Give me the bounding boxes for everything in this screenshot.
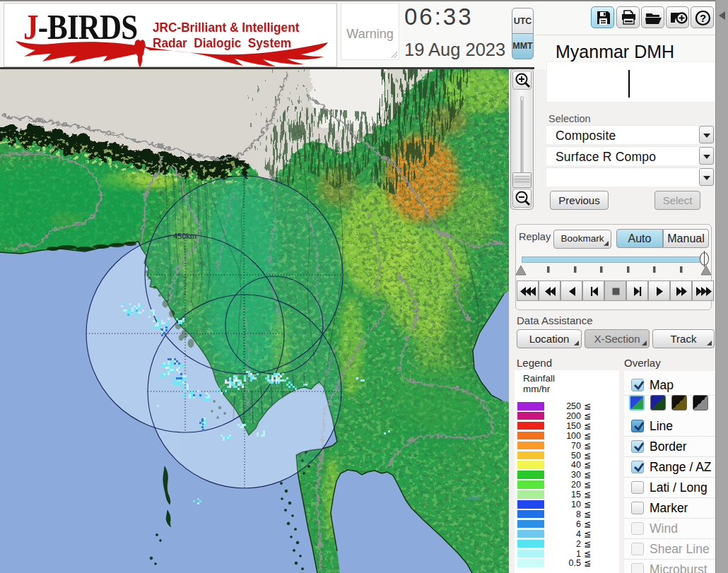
svg-text:450km: 450km xyxy=(173,232,196,240)
svg-text:?: ? xyxy=(700,12,706,24)
